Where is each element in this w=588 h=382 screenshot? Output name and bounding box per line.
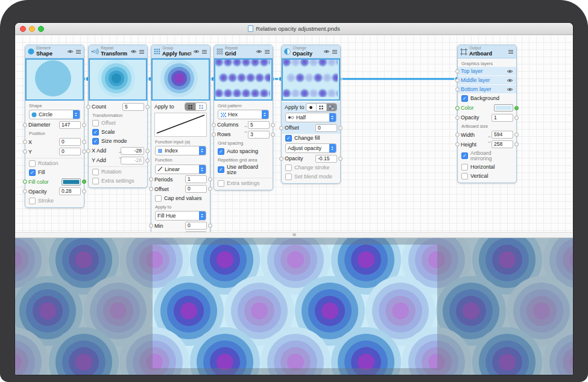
fill-checkbox[interactable]: Fill <box>25 168 84 177</box>
top-layer-input[interactable]: Top layer <box>458 67 516 75</box>
vertical-checkbox[interactable]: Vertical <box>458 172 516 181</box>
diameter-field[interactable]: 147 <box>59 121 81 129</box>
shape-section-label: Shape <box>25 102 84 109</box>
document-icon <box>248 25 253 32</box>
pattern-mode-dropdown[interactable]: Half <box>285 113 337 122</box>
background-color-swatch[interactable] <box>494 104 513 111</box>
apply-to-segmented-control[interactable] <box>185 102 207 111</box>
dot-grid-segment[interactable] <box>185 103 195 110</box>
middle-layer-input[interactable]: Middle layer <box>458 76 516 84</box>
node-opacity-header[interactable]: Change Opacity <box>282 45 340 58</box>
offset-checkbox[interactable]: Offset <box>89 119 147 128</box>
menu-icon[interactable] <box>508 49 514 54</box>
min-field[interactable]: 0 <box>185 222 207 230</box>
set-blend-mode-checkbox[interactable]: Set blend mode <box>282 172 340 181</box>
divider-handle-icon[interactable] <box>292 233 296 236</box>
node-transform[interactable]: Repeat Transform Count 5 Transformat <box>88 45 148 188</box>
grid-pattern-dropdown[interactable]: Hex <box>218 110 269 119</box>
node-transform-header[interactable]: Repeat Transform <box>89 45 147 58</box>
layer-eye-icon[interactable] <box>507 78 513 83</box>
node-artboard-header[interactable]: Output Artboard <box>458 45 516 58</box>
size-mode-checkbox[interactable]: Size mode <box>89 137 147 146</box>
height-field[interactable]: 258 <box>492 140 513 148</box>
offset-field[interactable]: 0 <box>185 185 207 193</box>
menu-icon[interactable] <box>201 49 207 54</box>
rows-field[interactable]: 3 <box>248 131 270 139</box>
menu-icon[interactable] <box>75 49 81 54</box>
minimize-button[interactable] <box>29 26 35 32</box>
fullscreen-button[interactable] <box>38 26 44 32</box>
node-grid-header[interactable]: Repeat Grid <box>214 45 273 58</box>
visibility-eye-icon[interactable] <box>256 49 262 54</box>
rotation-checkbox[interactable]: Rotation <box>25 159 84 168</box>
function-dropdown[interactable]: Linear <box>155 164 206 174</box>
node-shape-header[interactable]: Element Shape <box>25 45 84 58</box>
apply-to-segmented-control[interactable] <box>306 103 337 111</box>
node-editor-canvas[interactable]: Element Shape Shape Circle Diameter <box>15 35 573 232</box>
visibility-eye-icon[interactable] <box>323 49 330 54</box>
opacity-field[interactable]: 0.28 <box>59 187 81 195</box>
node-apply-function-header[interactable]: Group Apply function <box>151 45 210 58</box>
opacity-label: Opacity <box>28 189 58 195</box>
menu-icon[interactable] <box>139 49 145 54</box>
artboard-mirroring-checkbox[interactable]: Artboard mirroring <box>458 149 516 163</box>
scale-checkbox[interactable]: Scale <box>89 128 147 137</box>
apply-property-dropdown[interactable]: Fill Hue <box>155 211 206 221</box>
hex-pattern-icon <box>220 112 226 117</box>
offset-field[interactable]: 0 <box>315 124 337 132</box>
width-field[interactable]: 594 <box>492 131 513 139</box>
x-add-field[interactable]: -28 <box>121 147 144 155</box>
close-button[interactable] <box>20 26 26 32</box>
visibility-eye-icon[interactable] <box>67 49 74 54</box>
horizontal-checkbox[interactable]: Horizontal <box>458 163 516 172</box>
menu-icon[interactable] <box>264 49 270 54</box>
visibility-eye-icon[interactable] <box>130 49 137 54</box>
offset-label: Offset <box>285 125 314 131</box>
menu-icon[interactable] <box>332 49 338 54</box>
change-fill-checkbox[interactable]: Change fill <box>282 134 340 143</box>
adjust-opacity-dropdown[interactable]: Adjust opacity <box>285 143 337 153</box>
change-stroke-checkbox[interactable]: Change stroke <box>282 163 340 172</box>
node-apply-function[interactable]: Group Apply function Apply to <box>151 45 210 232</box>
opacity-field[interactable]: 1 <box>492 114 513 122</box>
node-artboard[interactable]: Output Artboard Graphics layers Top laye… <box>457 45 517 183</box>
use-artboard-size-checkbox[interactable]: Use artboard size <box>214 163 273 177</box>
colored-dots-segment[interactable] <box>195 103 206 110</box>
opacity-field[interactable]: -0.15 <box>315 155 337 163</box>
columns-field[interactable]: 5 <box>248 121 270 129</box>
element-segment[interactable] <box>306 104 316 111</box>
node-grid[interactable]: Repeat Grid Grid pattern Hex <box>213 45 273 190</box>
count-field[interactable]: 5 <box>122 103 144 111</box>
auto-spacing-checkbox[interactable]: Auto spacing <box>214 147 273 156</box>
function-input-dropdown[interactable]: Index <box>155 146 206 155</box>
node-shape[interactable]: Element Shape Shape Circle Diameter <box>25 45 84 208</box>
rotation-checkbox[interactable]: Rotation <box>89 168 147 177</box>
y-add-field[interactable]: -28 <box>121 157 144 164</box>
background-checkbox[interactable]: Background <box>458 94 516 103</box>
link-values-icon[interactable] <box>487 135 492 145</box>
dot-grid-segment[interactable] <box>316 104 326 111</box>
pane-divider[interactable] <box>15 232 573 238</box>
visibility-eye-icon[interactable] <box>193 49 200 54</box>
node-opacity[interactable]: Change Opacity Apply to <box>281 45 341 184</box>
layer-eye-icon[interactable] <box>507 69 513 74</box>
fill-color-swatch[interactable] <box>62 178 81 186</box>
layer-eye-icon[interactable] <box>507 87 513 92</box>
title-bar[interactable]: Relative opacity adjustment.pnds <box>15 23 573 35</box>
y-field[interactable]: 0 <box>59 148 81 155</box>
cap-end-values-checkbox[interactable]: Cap end values <box>151 194 210 203</box>
extra-settings-checkbox[interactable]: Extra settings <box>214 179 273 188</box>
periods-field[interactable]: 1 <box>185 175 207 183</box>
shape-type-dropdown[interactable]: Circle <box>29 110 80 119</box>
extra-settings-checkbox[interactable]: Extra settings <box>89 177 147 186</box>
graphics-layers-label: Graphics layers <box>458 60 516 67</box>
link-values-icon[interactable] <box>244 125 248 135</box>
pattern-preview[interactable] <box>15 238 573 375</box>
stroke-checkbox[interactable]: Stroke <box>25 196 84 205</box>
link-values-icon[interactable] <box>118 151 122 161</box>
colored-dots-segment[interactable] <box>326 104 337 111</box>
bottom-layer-input[interactable]: Bottom layer <box>458 85 516 93</box>
x-field[interactable]: 0 <box>59 138 81 146</box>
x-add-label: X Add <box>92 148 119 154</box>
half-dots-icon <box>288 115 294 120</box>
